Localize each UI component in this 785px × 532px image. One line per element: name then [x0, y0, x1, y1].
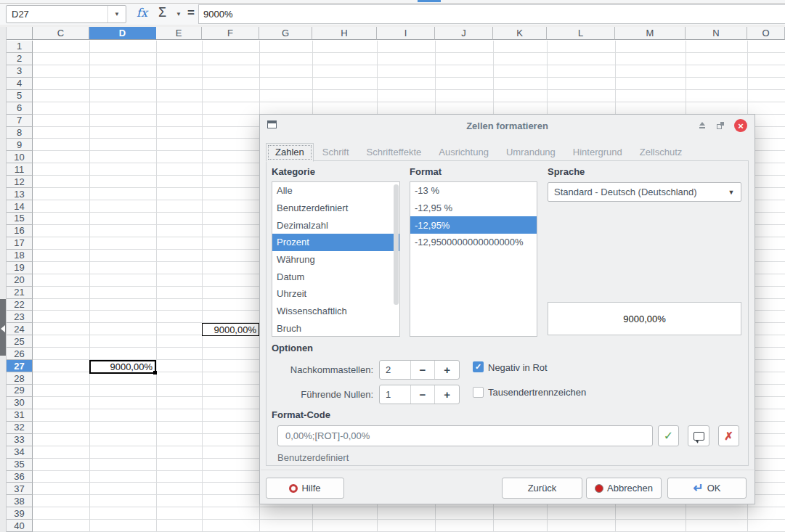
- tab-umrandung[interactable]: Umrandung: [497, 144, 564, 161]
- leading-zeroes-plus-button[interactable]: +: [434, 385, 459, 404]
- row-header-24[interactable]: 24: [7, 323, 33, 335]
- row-header-4[interactable]: 4: [7, 78, 33, 90]
- row-header-23[interactable]: 23: [7, 311, 33, 323]
- column-header-F[interactable]: F: [202, 27, 259, 40]
- row-header-26[interactable]: 26: [7, 348, 33, 360]
- category-list[interactable]: AlleBenutzerdefiniertDezimalzahlProzentW…: [272, 181, 400, 337]
- name-box[interactable]: D27 ▼: [6, 5, 126, 23]
- tab-ausrichtung[interactable]: Ausrichtung: [430, 144, 497, 161]
- row-header-13[interactable]: 13: [7, 188, 33, 200]
- formula-input[interactable]: 9000%: [198, 4, 785, 24]
- format-item[interactable]: -12,95 %: [410, 200, 537, 217]
- leading-zeroes-stepper[interactable]: 1 − +: [379, 385, 460, 404]
- decimal-places-minus-button[interactable]: −: [410, 361, 435, 379]
- row-header-17[interactable]: 17: [7, 237, 33, 250]
- row-header-28[interactable]: 28: [7, 372, 33, 385]
- row-header-37[interactable]: 37: [7, 483, 33, 495]
- decimal-places-value[interactable]: 2: [380, 361, 410, 379]
- format-item[interactable]: -12,9500000000000000%: [410, 234, 537, 251]
- format-code-delete-button[interactable]: ✗: [718, 425, 739, 446]
- category-item[interactable]: Alle: [272, 182, 399, 200]
- column-header-D[interactable]: D: [89, 27, 156, 40]
- decimal-places-plus-button[interactable]: +: [434, 361, 459, 379]
- shade-icon[interactable]: [698, 121, 707, 130]
- row-header-20[interactable]: 20: [7, 274, 33, 287]
- left-scrollbar[interactable]: [0, 27, 7, 532]
- sum-dropdown-icon[interactable]: ▼: [176, 11, 182, 17]
- back-button[interactable]: Zurück: [502, 478, 582, 499]
- row-header-34[interactable]: 34: [7, 446, 33, 459]
- row-header-11[interactable]: 11: [7, 163, 33, 176]
- row-header-1[interactable]: 1: [7, 41, 33, 53]
- help-button[interactable]: Hilfe: [266, 478, 344, 499]
- category-item[interactable]: Währung: [272, 251, 399, 269]
- row-header-21[interactable]: 21: [7, 287, 33, 299]
- language-dropdown[interactable]: Standard - Deutsch (Deutschland) ▼: [548, 182, 741, 202]
- row-header-12[interactable]: 12: [7, 176, 33, 188]
- row-header-22[interactable]: 22: [7, 299, 33, 311]
- column-header-M[interactable]: M: [615, 27, 686, 40]
- column-header-K[interactable]: K: [493, 27, 547, 40]
- tab-hintergrund[interactable]: Hintergrund: [564, 144, 631, 161]
- thousands-separator-checkbox[interactable]: [473, 387, 484, 398]
- tab-schrift[interactable]: Schrift: [314, 144, 358, 161]
- decimal-places-stepper[interactable]: 2 − +: [379, 360, 460, 380]
- category-item[interactable]: Bruch: [272, 320, 399, 337]
- tab-zahlen[interactable]: Zahlen: [266, 143, 314, 162]
- row-header-15[interactable]: 15: [7, 213, 33, 225]
- negative-red-checkbox[interactable]: ✓: [473, 361, 484, 372]
- close-icon[interactable]: ×: [734, 119, 747, 132]
- dialog-titlebar[interactable]: Zellen formatieren ×: [260, 115, 755, 136]
- category-list-scrollbar[interactable]: [394, 184, 399, 305]
- leading-zeroes-value[interactable]: 1: [380, 385, 410, 404]
- column-header-C[interactable]: C: [33, 27, 89, 40]
- category-item[interactable]: Benutzerdefiniert: [272, 200, 399, 217]
- row-header-35[interactable]: 35: [7, 459, 33, 471]
- row-header-40[interactable]: 40: [7, 520, 33, 532]
- restore-icon[interactable]: [717, 122, 724, 129]
- row-header-31[interactable]: 31: [7, 409, 33, 422]
- format-code-apply-button[interactable]: ✓: [658, 425, 679, 446]
- format-list[interactable]: -13 %-12,95 %-12,95%-12,9500000000000000…: [410, 181, 537, 337]
- category-item[interactable]: Datum: [272, 268, 399, 285]
- row-header-9[interactable]: 9: [7, 139, 33, 151]
- format-item[interactable]: -12,95%: [410, 216, 537, 234]
- row-header-7[interactable]: 7: [7, 115, 33, 127]
- row-header-5[interactable]: 5: [7, 90, 33, 102]
- column-header-N[interactable]: N: [686, 27, 747, 40]
- function-wizard-icon[interactable]: fx: [137, 6, 147, 20]
- format-code-input[interactable]: 0,00%;[ROT]-0,00%: [277, 425, 653, 446]
- name-box-dropdown-icon[interactable]: ▼: [107, 6, 126, 22]
- column-header-I[interactable]: I: [377, 27, 435, 40]
- column-header-J[interactable]: J: [435, 27, 493, 40]
- format-code-comment-button[interactable]: [688, 425, 709, 446]
- column-header-H[interactable]: H: [312, 27, 377, 40]
- category-item[interactable]: Uhrzeit: [272, 285, 399, 303]
- fill-handle[interactable]: [153, 371, 157, 375]
- sum-icon[interactable]: Σ: [158, 5, 166, 20]
- row-header-3[interactable]: 3: [7, 65, 33, 78]
- cancel-button[interactable]: Abbrechen: [586, 478, 662, 499]
- column-header-G[interactable]: G: [259, 27, 312, 40]
- row-header-27[interactable]: 27: [7, 360, 33, 372]
- tab-schrifteffekte[interactable]: Schrifteffekte: [358, 144, 431, 161]
- ok-button[interactable]: ↵ OK: [667, 478, 747, 499]
- select-all-corner[interactable]: [7, 27, 33, 40]
- equals-icon[interactable]: =: [187, 6, 195, 20]
- cell-F24[interactable]: 9000,00%: [202, 323, 259, 336]
- row-header-10[interactable]: 10: [7, 151, 33, 163]
- row-header-14[interactable]: 14: [7, 200, 33, 213]
- column-header-L[interactable]: L: [547, 27, 615, 40]
- cell-D27[interactable]: 9000,00%: [89, 360, 156, 374]
- row-header-18[interactable]: 18: [7, 250, 33, 262]
- column-header-E[interactable]: E: [156, 27, 202, 40]
- row-header-16[interactable]: 16: [7, 225, 33, 237]
- leading-zeroes-minus-button[interactable]: −: [410, 385, 435, 404]
- row-header-30[interactable]: 30: [7, 397, 33, 409]
- tab-zellschutz[interactable]: Zellschutz: [631, 144, 691, 161]
- format-item[interactable]: -13 %: [410, 182, 537, 200]
- row-header-6[interactable]: 6: [7, 102, 33, 115]
- row-header-19[interactable]: 19: [7, 262, 33, 274]
- category-item[interactable]: Prozent: [272, 234, 399, 251]
- category-item[interactable]: Dezimalzahl: [272, 216, 399, 234]
